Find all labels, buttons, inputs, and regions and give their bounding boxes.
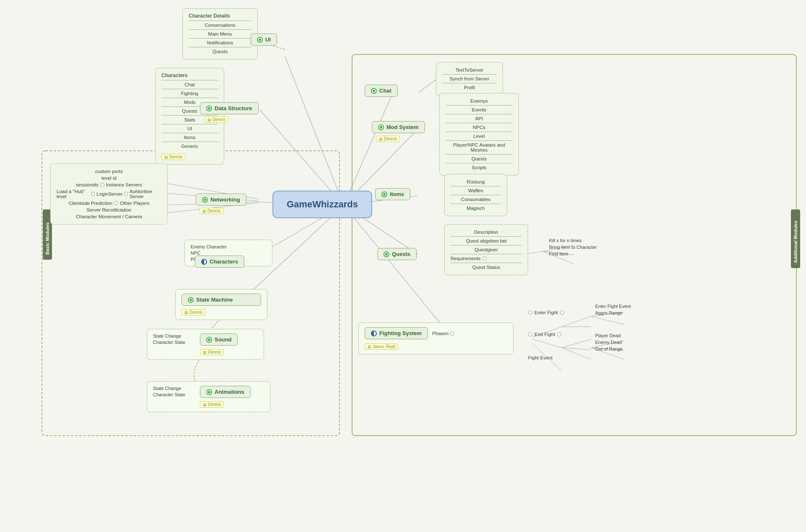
req-3: Find Item	[549, 251, 597, 256]
anim-b-1: State Change	[153, 386, 195, 391]
net-b-login: LoginServer	[96, 191, 122, 196]
character-details-title: Character Details	[189, 13, 251, 19]
characters-data-title: Characters	[161, 72, 218, 78]
mod-item-4: NPCs	[446, 124, 513, 131]
ef-2: Aggro Range	[595, 310, 631, 315]
dennis-tag-net: Dennis	[200, 208, 223, 214]
items-icon	[381, 191, 387, 197]
mod-item-6: Player/NPC Avatars and Meshes	[446, 142, 513, 153]
data-structure-icon	[206, 106, 212, 111]
net-b-auth: Auhtoritive Server	[130, 189, 161, 199]
cd-item-2: Main Menu	[189, 31, 251, 37]
connection-lines	[0, 0, 806, 532]
data-structure-label: Data Structure	[215, 105, 252, 111]
animations-label: Animations	[215, 389, 244, 395]
enter-fight-circle2	[560, 310, 564, 315]
ch-item-8: Generic	[161, 143, 218, 150]
ef-1: Enter Fight Event	[595, 304, 631, 309]
svg-line-13	[419, 80, 436, 92]
items-node[interactable]: Items	[375, 188, 410, 200]
mod-item-3: API	[446, 115, 513, 122]
quests-node[interactable]: Quests	[377, 248, 417, 260]
mod-system-box: Enemys Events API NPCs Level Player/NPC …	[439, 93, 519, 176]
svg-line-11	[344, 205, 453, 338]
ch-item-7: Items	[161, 134, 218, 141]
state-machine-box-container: State Machine Dennis	[175, 289, 267, 320]
dennis-tag-sm: Dennis	[181, 309, 205, 315]
networking-node[interactable]: Networking	[196, 194, 246, 206]
mod-system-label: Mod System	[386, 124, 419, 130]
fighting-label: Fighting System	[379, 330, 422, 336]
state-machine-icon	[188, 297, 194, 303]
fighting-container-box: Fighting System Phasen Janos, Rasil	[358, 323, 513, 354]
req-2: Bring Item to Character	[549, 245, 597, 250]
cd-item-3: Notifications	[189, 39, 251, 46]
mind-map-canvas: Basic Modules Additional Modules GameWhi…	[0, 0, 806, 532]
ch-item-1: Chat	[161, 81, 218, 88]
fight-event-label: Fight Event	[528, 355, 552, 360]
mod-item-2: Events	[446, 106, 513, 113]
enter-fight-circle	[528, 310, 532, 315]
anim-b-2: Character State	[153, 392, 195, 397]
chat-box-item-2: Synch from Server	[442, 75, 497, 82]
characters-label: Characters	[210, 258, 238, 265]
dennis-tag-ds: Dennis	[205, 116, 228, 123]
center-label: GameWhizzards	[287, 199, 358, 210]
char-npc: NPC	[191, 251, 266, 256]
fighting-icon	[371, 331, 377, 336]
quests-box: Description Quest abgeben bei Questgiver…	[444, 224, 528, 275]
items-b-1: Rüstung	[451, 178, 501, 185]
ch-item-6: UI	[161, 125, 218, 132]
dennis-tag-fight: Janos, Rasil	[365, 343, 398, 350]
character-details-box: Character Details Conversations Main Men…	[182, 8, 258, 59]
items-b-4: Magisch	[451, 205, 501, 212]
sound-label: Sound	[215, 336, 231, 343]
networking-icon	[202, 197, 208, 203]
ui-node[interactable]: UI	[251, 34, 277, 46]
items-box: Rüstung Waffen Consumables Magisch	[444, 174, 507, 216]
net-b-other: Other Players	[120, 201, 149, 206]
ui-label: UI	[265, 36, 271, 43]
circle-others	[114, 201, 118, 205]
q-item-1: Description	[451, 229, 522, 235]
animations-node[interactable]: Animations	[200, 386, 251, 398]
dennis-tag-mod: Dennis	[376, 136, 400, 142]
items-label: Items	[390, 191, 404, 197]
state-machine-label: State Machine	[196, 297, 233, 303]
svg-line-33	[562, 348, 591, 359]
chat-node[interactable]: Chat	[365, 85, 398, 97]
chat-label: Chat	[379, 88, 391, 94]
q-item-5: Quest Status	[451, 264, 522, 271]
chat-box: TextToServer Synch from Server Profil	[436, 62, 503, 96]
ui-icon	[257, 37, 263, 43]
sound-container-box: State Change Character State Sound Denni…	[147, 329, 264, 360]
fighting-phasen: Phasen	[432, 331, 448, 336]
net-b-instance: Instance Servers	[106, 182, 142, 187]
char-enemy: Enemy Character	[191, 244, 266, 249]
state-machine-node[interactable]: State Machine	[181, 294, 261, 306]
mod-item-7: Quests	[446, 155, 513, 162]
characters-node[interactable]: Characters	[195, 256, 244, 268]
net-b-1: custom ports	[57, 168, 161, 175]
sound-icon	[206, 337, 212, 343]
q-item-3: Questgiver	[451, 246, 522, 253]
mod-system-icon	[378, 124, 384, 130]
networking-label: Networking	[210, 196, 240, 203]
circle-auth	[124, 192, 128, 196]
fighting-system-node[interactable]: Fighting System	[365, 327, 428, 339]
mod-system-node[interactable]: Mod System	[372, 121, 425, 133]
svg-line-32	[562, 348, 591, 350]
req-circle	[482, 256, 487, 261]
chat-icon	[371, 88, 377, 94]
ch-item-2: Fighting	[161, 90, 218, 97]
enter-fight-label: Enter Fight	[534, 310, 558, 315]
data-structure-node[interactable]: Data Structure	[200, 102, 259, 114]
req-1: Kill x for n times	[549, 238, 597, 243]
sound-node[interactable]: Sound	[200, 333, 238, 346]
center-node: GameWhizzards	[272, 191, 372, 218]
end-fight-label: End Fight	[534, 332, 555, 337]
sound-b-1: State Change	[153, 333, 195, 338]
net-b-7: Character Movement / Camera	[57, 213, 161, 220]
cd-item-1: Conversations	[189, 22, 251, 28]
quests-label: Quests	[392, 251, 410, 257]
